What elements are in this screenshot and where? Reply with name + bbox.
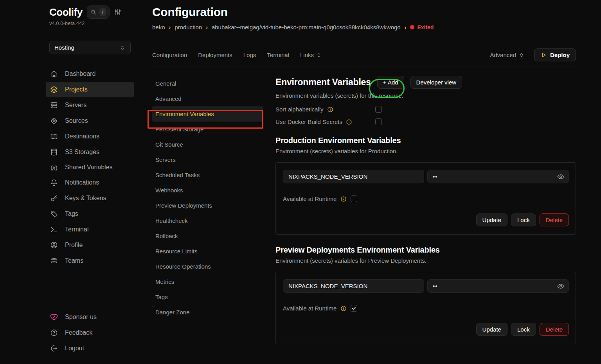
chevron-updown-icon bbox=[518, 52, 525, 58]
subnav-item-git-source[interactable]: Git Source bbox=[152, 137, 263, 152]
lock-button[interactable]: Lock bbox=[511, 323, 536, 336]
subnav-item-metrics[interactable]: Metrics bbox=[152, 274, 263, 289]
sidebar-item-sponsor-us[interactable]: Sponsor us bbox=[46, 309, 134, 325]
team-select[interactable]: Hosting bbox=[49, 41, 131, 54]
subnav-item-resource-operations[interactable]: Resource Operations bbox=[152, 259, 263, 274]
subnav-item-environment-variables[interactable]: Environment Variables bbox=[152, 106, 263, 122]
env-vars-heading: Environment Variables bbox=[275, 77, 371, 88]
git-source-icon bbox=[50, 117, 58, 125]
subnav-item-persistent-storage[interactable]: Persistent Storage bbox=[152, 122, 263, 137]
status-dot bbox=[410, 25, 414, 29]
add-button[interactable]: + Add bbox=[377, 76, 404, 89]
search-shortcut-key: / bbox=[99, 8, 106, 16]
users-icon bbox=[50, 257, 58, 265]
home-icon bbox=[50, 70, 58, 78]
update-button[interactable]: Update bbox=[476, 323, 507, 336]
breadcrumb-separator: › bbox=[405, 24, 407, 30]
sidebar-item-keys-tokens[interactable]: Keys & Tokens bbox=[46, 190, 134, 206]
sidebar-item-destinations[interactable]: Destinations bbox=[46, 129, 134, 144]
sort-alphabetically-label: Sort alphabetically bbox=[275, 106, 324, 113]
env-var-card: Available at Runtime Update Lock Delete bbox=[275, 272, 576, 344]
sidebar-item-terminal[interactable]: Terminal bbox=[46, 222, 134, 237]
breadcrumb-project[interactable]: beko bbox=[152, 24, 165, 30]
lock-button[interactable]: Lock bbox=[511, 213, 536, 226]
subnav-item-scheduled-tasks[interactable]: Scheduled Tasks bbox=[152, 167, 263, 183]
settings-button[interactable] bbox=[114, 8, 122, 16]
subnav-item-servers[interactable]: Servers bbox=[152, 152, 263, 167]
reveal-value-button[interactable] bbox=[557, 282, 565, 290]
config-subnav: General Advanced Environment Variables P… bbox=[152, 76, 263, 360]
subnav-item-preview-deployments[interactable]: Preview Deployments bbox=[152, 198, 263, 213]
subnav-item-rollback[interactable]: Rollback bbox=[152, 228, 263, 244]
sidebar-item-servers[interactable]: Servers bbox=[46, 97, 134, 113]
deploy-button[interactable]: Deploy bbox=[534, 48, 576, 61]
info-icon[interactable] bbox=[327, 106, 333, 113]
available-at-runtime-checkbox[interactable] bbox=[351, 195, 357, 202]
tab-configuration[interactable]: Configuration bbox=[152, 52, 187, 58]
breadcrumb-resource[interactable]: abubakar--meigag/vid-tube-beko-pro:main-… bbox=[212, 24, 401, 30]
production-section-title: Production Environment Variables bbox=[275, 136, 576, 145]
app-version: v4.0.0-beta.442 bbox=[49, 20, 134, 26]
env-var-name-input[interactable] bbox=[283, 170, 424, 183]
subnav-item-danger-zone[interactable]: Danger Zone bbox=[152, 305, 263, 320]
database-icon bbox=[50, 148, 58, 156]
advanced-dropdown[interactable]: Advanced bbox=[490, 52, 525, 58]
production-env-section: Production Environment Variables Environ… bbox=[275, 136, 576, 235]
info-icon[interactable] bbox=[346, 119, 352, 125]
sidebar-item-profile[interactable]: Profile bbox=[46, 237, 134, 253]
reveal-value-button[interactable] bbox=[557, 173, 565, 181]
search-icon bbox=[90, 9, 97, 15]
variable-icon: (x) bbox=[50, 164, 58, 171]
tab-logs[interactable]: Logs bbox=[243, 52, 256, 58]
search-button[interactable]: / bbox=[87, 5, 110, 19]
chevron-updown-icon bbox=[316, 52, 322, 58]
env-var-value-input[interactable] bbox=[427, 279, 569, 293]
subnav-item-general[interactable]: General bbox=[152, 76, 263, 91]
sidebar-item-s3-storages[interactable]: S3 Storages bbox=[46, 144, 134, 160]
subnav-item-webhooks[interactable]: Webhooks bbox=[152, 183, 263, 198]
sidebar-item-sources[interactable]: Sources bbox=[46, 113, 134, 129]
docker-build-secrets-checkbox[interactable] bbox=[375, 118, 382, 125]
sidebar-item-notifications[interactable]: Notifications bbox=[46, 175, 134, 190]
env-var-name-input[interactable] bbox=[283, 279, 424, 293]
tab-bar: Configuration Deployments Logs Terminal … bbox=[152, 48, 576, 68]
update-button[interactable]: Update bbox=[476, 213, 507, 226]
env-var-value-input[interactable] bbox=[427, 170, 569, 183]
deploy-button-label: Deploy bbox=[550, 52, 570, 58]
delete-button[interactable]: Delete bbox=[540, 323, 569, 336]
available-at-runtime-checkbox[interactable] bbox=[351, 305, 357, 312]
sidebar-item-teams[interactable]: Teams bbox=[46, 253, 134, 269]
tab-links[interactable]: Links bbox=[300, 52, 322, 58]
sort-alphabetically-checkbox[interactable] bbox=[375, 106, 382, 113]
breadcrumb: beko › production › abubakar--meigag/vid… bbox=[152, 24, 576, 30]
subnav-item-tags[interactable]: Tags bbox=[152, 289, 263, 305]
sidebar-item-label: Shared Variables bbox=[65, 164, 113, 171]
sidebar-item-label: Sources bbox=[65, 117, 88, 124]
sidebar-item-shared-variables[interactable]: (x) Shared Variables bbox=[46, 160, 134, 175]
subnav-item-resource-limits[interactable]: Resource Limits bbox=[152, 244, 263, 259]
app-logo: Coolify bbox=[49, 6, 83, 18]
subnav-item-advanced[interactable]: Advanced bbox=[152, 91, 263, 106]
sidebar-item-tags[interactable]: Tags bbox=[46, 206, 134, 222]
bell-icon bbox=[50, 179, 58, 186]
logout-icon bbox=[50, 344, 58, 352]
server-icon bbox=[50, 101, 58, 109]
info-icon[interactable] bbox=[340, 305, 347, 312]
info-icon[interactable] bbox=[340, 196, 347, 202]
tab-deployments[interactable]: Deployments bbox=[198, 52, 232, 58]
sidebar-footer: Sponsor us Feedback Logout bbox=[46, 309, 134, 356]
tab-terminal[interactable]: Terminal bbox=[267, 52, 289, 58]
sidebar-item-dashboard[interactable]: Dashboard bbox=[46, 66, 134, 82]
sidebar-item-label: S3 Storages bbox=[65, 149, 99, 156]
sidebar-item-label: Projects bbox=[65, 86, 88, 93]
env-var-card: Available at Runtime Update Lock Delete bbox=[275, 162, 576, 235]
breadcrumb-environment[interactable]: production bbox=[175, 24, 202, 30]
sidebar-item-feedback[interactable]: Feedback bbox=[46, 325, 134, 341]
sidebar-item-projects[interactable]: Projects bbox=[46, 82, 134, 97]
delete-button[interactable]: Delete bbox=[540, 213, 569, 226]
sidebar-item-logout[interactable]: Logout bbox=[46, 341, 134, 356]
sidebar: Coolify / v4.0.0-beta.442 Hosting Dashbo… bbox=[0, 0, 138, 364]
tab-links-label: Links bbox=[300, 52, 314, 58]
subnav-item-healthcheck[interactable]: Healthcheck bbox=[152, 213, 263, 228]
developer-view-button[interactable]: Developer view bbox=[410, 76, 462, 89]
